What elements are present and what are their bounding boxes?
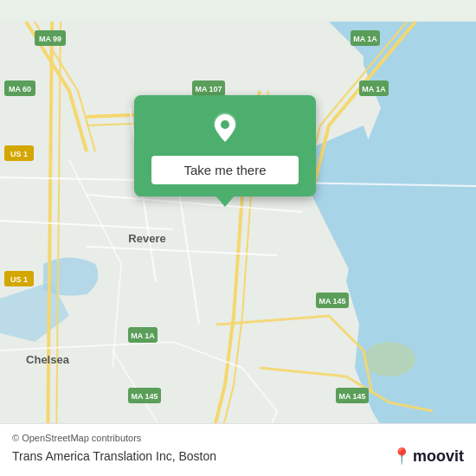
location-title-bar: Trans America Translation Inc, Boston 📍 … [12, 447, 464, 466]
svg-text:Revere: Revere [128, 232, 165, 245]
location-pin-icon [206, 109, 244, 147]
map-background: MA 99 MA 60 MA 107 MA 1A MA 1A US 1 US 1… [0, 0, 476, 476]
svg-text:MA 145: MA 145 [338, 392, 365, 401]
moovit-logo-text: moovit [413, 447, 464, 466]
svg-text:US 1: US 1 [10, 275, 28, 284]
location-full-label: Trans America Translation Inc, Boston [12, 449, 216, 463]
svg-text:Chelsea: Chelsea [26, 353, 70, 366]
svg-text:MA 107: MA 107 [195, 85, 222, 93]
map-container: MA 99 MA 60 MA 107 MA 1A MA 1A US 1 US 1… [0, 0, 476, 476]
svg-text:MA 145: MA 145 [131, 392, 158, 401]
location-popup: Take me there [134, 95, 316, 196]
svg-text:MA 1A: MA 1A [131, 331, 155, 340]
svg-text:MA 60: MA 60 [9, 85, 31, 93]
svg-text:MA 1A: MA 1A [362, 85, 386, 93]
svg-text:US 1: US 1 [10, 150, 28, 158]
svg-point-27 [221, 120, 229, 129]
attribution-text: © OpenStreetMap contributors [12, 433, 141, 443]
take-me-there-button[interactable]: Take me there [151, 156, 299, 184]
svg-point-1 [363, 342, 415, 376]
map-attribution: © OpenStreetMap contributors [12, 433, 464, 443]
moovit-pin-icon: 📍 [392, 447, 411, 466]
moovit-logo: 📍 moovit [392, 447, 464, 466]
bottom-bar: © OpenStreetMap contributors Trans Ameri… [0, 423, 476, 476]
svg-text:MA 1A: MA 1A [353, 35, 377, 43]
svg-text:MA 99: MA 99 [39, 35, 61, 43]
svg-text:MA 145: MA 145 [318, 297, 345, 306]
